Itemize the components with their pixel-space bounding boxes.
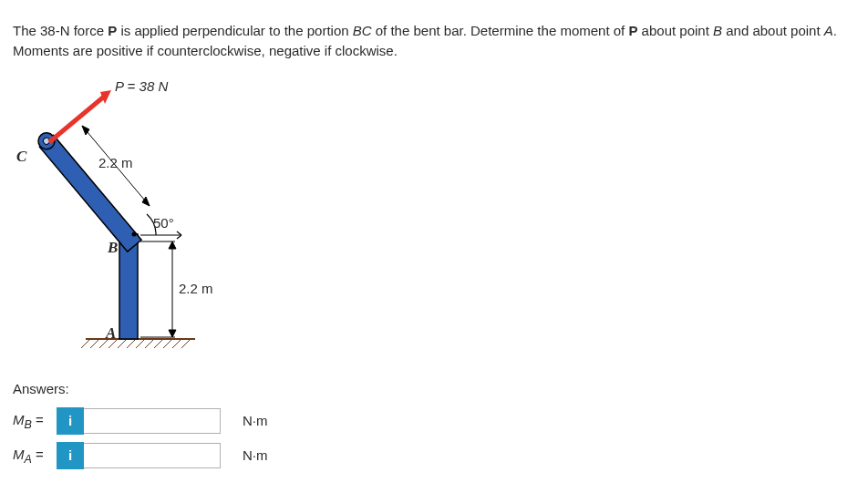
var-label-mb: MB = — [13, 410, 57, 433]
svg-line-6 — [127, 339, 136, 348]
var-label-ma: MA = — [13, 445, 57, 467]
svg-line-20 — [177, 235, 181, 239]
ma-input[interactable] — [84, 443, 221, 468]
unit-ma: N·m — [243, 446, 268, 466]
answers-heading: Answers: — [13, 379, 855, 399]
unit-mb: N·m — [243, 411, 268, 431]
svg-marker-25 — [169, 241, 176, 249]
angle-label: 50° — [153, 213, 174, 233]
svg-line-12 — [181, 339, 191, 348]
answer-row-mb: MB = i N·m — [13, 407, 855, 435]
length-bc-label: 2.2 m — [98, 153, 133, 173]
mb-input[interactable] — [84, 408, 221, 434]
svg-line-9 — [154, 339, 163, 348]
figure-bent-bar: P = 38 N 2.2 m 50° 2.2 m C B A — [13, 75, 250, 366]
svg-line-7 — [136, 339, 145, 348]
point-a-label: A — [106, 323, 116, 345]
svg-line-11 — [172, 339, 181, 348]
svg-marker-26 — [169, 330, 176, 337]
svg-line-10 — [163, 339, 172, 348]
force-label: P = 38 N — [115, 77, 168, 97]
point-b-label: B — [108, 237, 118, 260]
svg-line-29 — [49, 97, 104, 142]
svg-line-2 — [90, 339, 99, 348]
point-c-label: C — [16, 146, 26, 169]
svg-point-17 — [132, 231, 137, 236]
info-icon[interactable]: i — [57, 407, 84, 435]
svg-line-8 — [145, 339, 154, 348]
length-ab-label: 2.2 m — [179, 279, 213, 299]
svg-line-5 — [118, 339, 127, 348]
answer-row-ma: MA = i N·m — [13, 442, 855, 469]
problem-statement: The 38-N force P is applied perpendicula… — [13, 21, 855, 61]
info-icon[interactable]: i — [57, 442, 84, 469]
svg-line-1 — [81, 339, 90, 348]
